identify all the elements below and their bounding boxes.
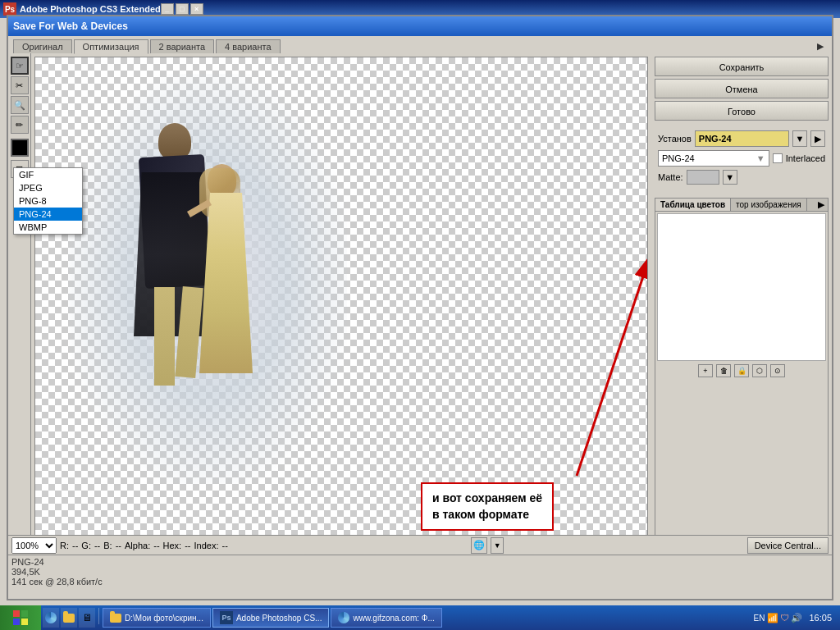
alpha-label: Alpha: (125, 541, 150, 550)
lang-indicator[interactable]: EN (754, 614, 765, 623)
svg-rect-3 (21, 610, 28, 617)
preset-menu-btn[interactable]: ▶ (810, 130, 825, 147)
cancel-button[interactable]: Отмена (655, 79, 829, 98)
taskbar-item-folder[interactable]: D:\Мои фото\скрин... (103, 608, 211, 628)
dropdown-item-png24[interactable]: PNG-24 (14, 208, 82, 221)
web-options-btn[interactable]: ▼ (491, 537, 504, 554)
zoom-select[interactable]: 100% (11, 537, 57, 554)
svg-rect-2 (13, 610, 20, 617)
matte-dropdown-btn[interactable]: ▼ (723, 170, 737, 185)
tab-original[interactable]: Оригинал (13, 39, 72, 53)
annotation-text: и вот сохраняем еёв таком формате (432, 491, 542, 521)
web-globe-btn[interactable]: 🌐 (471, 537, 487, 554)
ps-taskbar-icon: Ps (220, 611, 233, 624)
r-value: -- (72, 541, 78, 550)
preset-dropdown-btn[interactable]: ▼ (792, 130, 807, 147)
status-bar: PNG-24 394,5K 141 сек @ 28,8 кбит/с (8, 555, 832, 599)
bottom-toolbar: 100% R: -- G: -- B: -- Alpha: -- Hex: --… (8, 535, 832, 555)
taskbar-items: 🖥 D:\Мои фото\скрин... Ps Adobe Photosho… (41, 606, 750, 629)
color-swatch[interactable] (11, 139, 29, 157)
preset-value: PNG-24 (695, 130, 789, 147)
format-current-value: PNG-24 (662, 153, 695, 163)
dialog-title-text: Save For Web & Devices (13, 21, 827, 32)
done-button[interactable]: Готово (655, 101, 829, 121)
b-label: B: (103, 541, 112, 550)
quick-launch-folder-icon[interactable] (61, 608, 77, 628)
dropdown-item-gif[interactable]: GIF (14, 168, 82, 181)
interlaced-label: Interlaced (786, 153, 825, 163)
color-table-tab[interactable]: Таблица цветов (655, 199, 731, 211)
matte-label: Matte: (658, 172, 683, 182)
time-status: 141 сек @ 28,8 кбит/с (11, 577, 829, 587)
antivirus-tray-icon: 🛡 (780, 613, 789, 623)
color-table-tabs: Таблица цветов тор изображения ▶ (655, 199, 828, 212)
action-buttons: Сохранить Отмена Готово (655, 57, 829, 121)
eyedropper-tool-button[interactable]: ✏ (11, 116, 29, 134)
quick-launch-ie-icon[interactable] (43, 608, 59, 628)
start-button[interactable] (0, 605, 41, 630)
index-label: Index: (194, 541, 219, 550)
tab-2variants[interactable]: 2 варианта (150, 39, 215, 53)
format-select-display[interactable]: PNG-24 ▼ (658, 150, 769, 167)
web-snap-btn[interactable]: ⊙ (770, 364, 785, 377)
tab-arrow-icon[interactable]: ▶ (817, 39, 827, 53)
format-select-row: PNG-24 ▼ Interlaced (658, 150, 825, 167)
maximize-button[interactable]: □ (176, 3, 189, 15)
tab-4variants[interactable]: 4 варианта (216, 39, 281, 53)
image-info-tab[interactable]: тор изображения (731, 199, 807, 211)
svg-rect-5 (21, 619, 28, 625)
window-controls: _ □ × (161, 3, 203, 15)
tray-icons: 📶 🛡 🔊 (767, 613, 802, 623)
select-tool-button[interactable]: ☞ (11, 57, 29, 75)
network-tray-icon: 📶 (767, 613, 778, 623)
dropdown-item-wbmp[interactable]: WBMP (14, 221, 82, 234)
matte-swatch[interactable] (687, 170, 719, 185)
canvas-area: и вот сохраняем еёв таком формате (34, 57, 648, 587)
woman-silhouette (195, 164, 261, 394)
preset-row: Установ PNG-24 ▼ ▶ (658, 130, 825, 147)
taskbar-item-photoshop[interactable]: Ps Adobe Photoshop CS... (212, 608, 330, 628)
format-section: Установ PNG-24 ▼ ▶ PNG-24 ▼ (655, 127, 829, 191)
system-tray: EN 📶 🛡 🔊 16:05 (750, 613, 840, 623)
windows-logo-icon (12, 609, 29, 626)
sound-tray-icon: 🔊 (791, 613, 802, 623)
format-dropdown-menu: GIF JPEG PNG-8 PNG-24 WBMP (13, 167, 83, 235)
color-table-menu-btn[interactable]: ▶ (815, 199, 828, 211)
dropdown-item-png8[interactable]: PNG-8 (14, 194, 82, 208)
taskbar-item-browser-label: www.gifzona.com: Ф... (353, 614, 434, 623)
b-value: -- (116, 541, 121, 550)
slice-tool-button[interactable]: ✂ (11, 76, 29, 94)
color-table-body (657, 213, 826, 361)
zoom-tool-button[interactable]: 🔍 (11, 96, 29, 114)
interlaced-checkbox[interactable] (773, 153, 783, 163)
clock: 16:05 (805, 613, 836, 623)
add-color-btn[interactable]: + (698, 364, 713, 377)
g-value: -- (94, 541, 100, 550)
taskbar-divider (98, 608, 99, 624)
index-value: -- (221, 541, 227, 550)
format-dropdown-arrow: ▼ (756, 153, 765, 163)
taskbar-item-browser[interactable]: www.gifzona.com: Ф... (331, 608, 441, 628)
save-button[interactable]: Сохранить (655, 57, 829, 76)
delete-color-btn[interactable]: 🗑 (716, 364, 731, 377)
device-central-button[interactable]: Device Central... (747, 537, 829, 554)
dropdown-item-jpeg[interactable]: JPEG (14, 181, 82, 194)
close-button[interactable]: × (190, 3, 203, 15)
preview-tabs: Оригинал Оптимизация 2 варианта 4 вариан… (8, 36, 832, 53)
shift-color-btn[interactable]: ⬡ (752, 364, 767, 377)
right-panel: Сохранить Отмена Готово Установ PNG-24 ▼… (651, 53, 832, 590)
content-area: ☞ ✂ 🔍 ✏ ⊞ (8, 53, 832, 590)
dialog-title-bar: Save For Web & Devices (8, 16, 832, 36)
save-for-web-dialog: Save For Web & Devices Оригинал Оптимиза… (7, 15, 833, 600)
left-toolbar: ☞ ✂ 🔍 ✏ ⊞ (8, 53, 31, 590)
image-canvas (35, 57, 647, 586)
color-table-section: Таблица цветов тор изображения ▶ + 🗑 🔒 ⬡… (655, 198, 829, 549)
tab-optimize[interactable]: Оптимизация (74, 39, 148, 54)
minimize-button[interactable]: _ (161, 3, 174, 15)
interlaced-option: Interlaced (773, 153, 825, 163)
alpha-value: -- (153, 541, 159, 550)
annotation-box: и вот сохраняем еёв таком формате (421, 482, 554, 531)
hex-label: Hex: (163, 541, 182, 550)
lock-color-btn[interactable]: 🔒 (734, 364, 749, 377)
quick-launch-desktop-icon[interactable]: 🖥 (79, 608, 95, 628)
